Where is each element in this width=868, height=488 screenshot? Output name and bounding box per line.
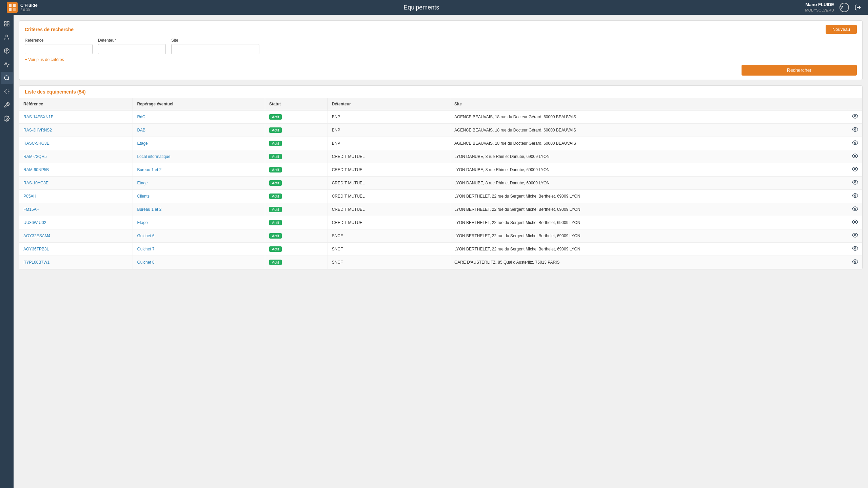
- logout-button[interactable]: [854, 4, 861, 11]
- svg-point-26: [854, 155, 856, 157]
- view-icon[interactable]: [852, 260, 858, 266]
- sidebar-item-wrench[interactable]: [1, 99, 13, 111]
- svg-line-21: [8, 90, 8, 90]
- user-info: Mano FLUIDE MOBYSOLVE.4U: [805, 2, 834, 13]
- user-subtitle: MOBYSOLVE.4U: [805, 8, 834, 13]
- cell-statut: Actif: [265, 110, 328, 124]
- svg-point-12: [4, 76, 8, 80]
- nouveau-button[interactable]: Nouveau: [826, 25, 857, 34]
- reperage-link[interactable]: Guichet 7: [137, 247, 154, 251]
- help-button[interactable]: ?: [840, 3, 849, 12]
- svg-point-24: [854, 129, 856, 130]
- reperage-link[interactable]: RdC: [137, 115, 145, 119]
- cell-statut: Actif: [265, 203, 328, 216]
- reperage-link[interactable]: Local informatique: [137, 154, 170, 159]
- ref-link[interactable]: RYP100B7W1: [23, 260, 50, 265]
- cell-statut: Actif: [265, 243, 328, 256]
- cell-action: [848, 163, 863, 177]
- ref-link[interactable]: AOY32ESAM4: [23, 233, 50, 238]
- cell-statut: Actif: [265, 216, 328, 229]
- site-input[interactable]: [171, 44, 259, 54]
- cell-site: LYON BERTHELET, 22 rue du Sergent Michel…: [450, 203, 848, 216]
- cell-site: LYON DANUBE, 8 rue Rhin et Danube, 69009…: [450, 177, 848, 190]
- cell-detenteur: CREDIT MUTUEL: [328, 177, 450, 190]
- view-icon[interactable]: [852, 194, 858, 200]
- more-criteria-link[interactable]: + Voir plus de critères: [25, 57, 64, 62]
- reperage-link[interactable]: Etage: [137, 220, 147, 225]
- logo: C'Fluide 2.0.30: [7, 2, 38, 13]
- detenteur-input[interactable]: [98, 44, 166, 54]
- site-label: Site: [171, 38, 259, 43]
- cell-reperage: Guichet 6: [133, 229, 265, 243]
- svg-point-34: [854, 261, 856, 263]
- svg-rect-3: [13, 8, 16, 11]
- svg-point-25: [854, 142, 856, 144]
- ref-link[interactable]: RAS-10AG8E: [23, 181, 48, 185]
- ref-link[interactable]: RASC-5HG3E: [23, 141, 50, 146]
- svg-point-9: [6, 35, 8, 37]
- table-header: Référence Repérage éventuel Statut Déten…: [19, 98, 862, 110]
- cell-ref: RAS-10AG8E: [19, 177, 133, 190]
- sidebar-item-view[interactable]: [1, 72, 13, 84]
- status-badge: Actif: [269, 220, 282, 225]
- header-right: Mano FLUIDE MOBYSOLVE.4U ?: [805, 2, 861, 13]
- ref-link[interactable]: P05AH: [23, 194, 36, 199]
- ref-link[interactable]: UU36W U02: [23, 220, 46, 225]
- ref-link[interactable]: RAM-90NP5B: [23, 167, 49, 172]
- view-icon[interactable]: [852, 220, 858, 226]
- status-badge: Actif: [269, 207, 282, 212]
- col-actions: [848, 98, 863, 110]
- view-icon[interactable]: [852, 233, 858, 239]
- view-icon[interactable]: [852, 167, 858, 173]
- view-icon[interactable]: [852, 141, 858, 147]
- sidebar-item-users[interactable]: [1, 31, 13, 43]
- reperage-link[interactable]: Etage: [137, 181, 147, 185]
- col-site: Site: [450, 98, 848, 110]
- search-bar: Rechercher: [25, 65, 857, 76]
- reperage-link[interactable]: Clients: [137, 194, 150, 199]
- detenteur-field-group: Détenteur: [98, 38, 166, 54]
- cell-detenteur: CREDIT MUTUEL: [328, 190, 450, 203]
- sidebar-item-dashboard[interactable]: [1, 18, 13, 30]
- view-icon[interactable]: [852, 247, 858, 252]
- cell-detenteur: BNP: [328, 137, 450, 150]
- status-badge: Actif: [269, 167, 282, 172]
- reperage-link[interactable]: Guichet 8: [137, 260, 154, 265]
- reperage-link[interactable]: Bureau 1 et 2: [137, 207, 161, 212]
- svg-line-20: [5, 93, 6, 93]
- search-button[interactable]: Rechercher: [742, 65, 857, 76]
- reperage-link[interactable]: DAB: [137, 128, 145, 133]
- sidebar-item-industry[interactable]: [1, 85, 13, 98]
- cell-ref: RAM-72QH5: [19, 150, 133, 163]
- ref-link[interactable]: RAS-3HVRNS2: [23, 128, 52, 133]
- col-detenteur: Détenteur: [328, 98, 450, 110]
- sidebar-item-factory[interactable]: [1, 58, 13, 70]
- status-badge: Actif: [269, 194, 282, 199]
- reperage-link[interactable]: Etage: [137, 141, 147, 146]
- svg-line-10: [6, 49, 8, 50]
- reperage-link[interactable]: Bureau 1 et 2: [137, 167, 161, 172]
- table-row: RAM-72QH5 Local informatique Actif CREDI…: [19, 150, 862, 163]
- ref-link[interactable]: AOY36TPB3L: [23, 247, 49, 251]
- cell-reperage: Local informatique: [133, 150, 265, 163]
- logo-icon: [7, 2, 18, 13]
- view-icon[interactable]: [852, 154, 858, 160]
- sidebar-item-package[interactable]: [1, 45, 13, 57]
- cell-action: [848, 243, 863, 256]
- ref-link[interactable]: RAM-72QH5: [23, 154, 47, 159]
- view-icon[interactable]: [852, 181, 858, 186]
- ref-link[interactable]: RAS-14FSXN1E: [23, 115, 54, 119]
- cell-statut: Actif: [265, 163, 328, 177]
- view-icon[interactable]: [852, 207, 858, 213]
- detenteur-label: Détenteur: [98, 38, 166, 43]
- reperage-link[interactable]: Guichet 6: [137, 233, 154, 238]
- view-icon[interactable]: [852, 115, 858, 120]
- svg-point-29: [854, 195, 856, 197]
- view-icon[interactable]: [852, 128, 858, 134]
- cell-ref: FM15AH: [19, 203, 133, 216]
- ref-link[interactable]: FM15AH: [23, 207, 39, 212]
- sidebar: [0, 15, 14, 488]
- sidebar-item-settings[interactable]: [1, 113, 13, 125]
- reference-input[interactable]: [25, 44, 93, 54]
- cell-site: AGENCE BEAUVAIS, 18 rue du Docteur Gérar…: [450, 110, 848, 124]
